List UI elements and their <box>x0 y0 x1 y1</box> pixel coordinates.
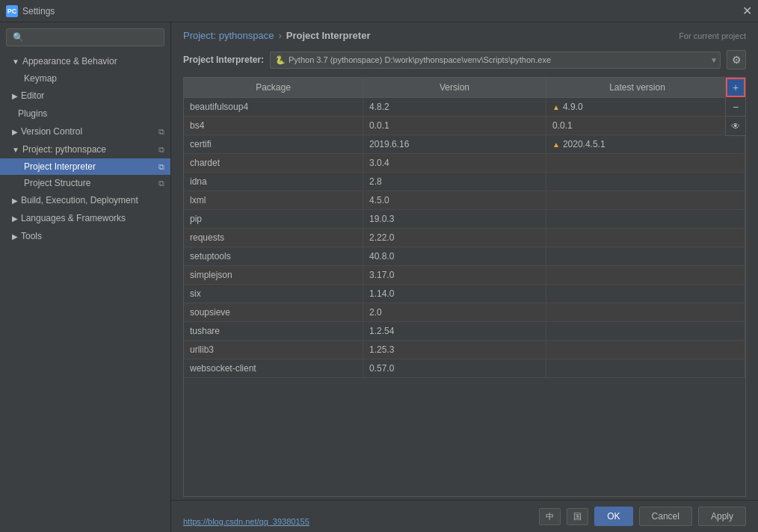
table-row[interactable]: pip19.0.3 <box>184 210 745 229</box>
latest-version-cell <box>546 285 745 303</box>
table-row[interactable]: beautifulsoup44.8.2▲4.9.0 <box>184 98 745 117</box>
copy-icon: ⧉ <box>158 127 164 137</box>
sidebar-item-label: Build, Execution, Deployment <box>21 195 138 205</box>
lang-zh-button[interactable]: 中 <box>539 508 561 525</box>
table-row[interactable]: websocket-client0.57.0 <box>184 359 745 378</box>
gear-button[interactable]: ⚙ <box>727 50 746 69</box>
table-row[interactable]: idna2.8 <box>184 173 745 191</box>
version-cell: 0.0.1 <box>363 117 546 134</box>
table-row[interactable]: tushare1.2.54 <box>184 322 745 341</box>
copy-icon: ⧉ <box>158 179 164 188</box>
table-row[interactable]: setuptools40.8.0 <box>184 247 745 266</box>
sidebar-item-keymap[interactable]: Keymap <box>0 70 170 87</box>
sidebar-item-label: Languages & Frameworks <box>21 213 126 223</box>
table-row[interactable]: certifi2019.6.16▲2020.4.5.1 <box>184 135 745 154</box>
app-icon: PC <box>6 5 18 17</box>
remove-package-button[interactable]: − <box>726 97 745 117</box>
latest-version-cell <box>546 154 745 172</box>
sidebar-item-label: Appearance & Behavior <box>22 56 117 66</box>
title-bar: PC Settings ✕ <box>0 0 758 22</box>
sidebar-item-version-control[interactable]: ▶ Version Control ⧉ <box>0 123 170 140</box>
sidebar-item-project-interpreter[interactable]: Project Interpreter ⧉ <box>0 158 170 175</box>
table-body: beautifulsoup44.8.2▲4.9.0bs40.0.10.0.1ce… <box>184 98 745 496</box>
table-row[interactable]: urllib31.25.3 <box>184 341 745 359</box>
version-cell: 1.14.0 <box>363 285 546 303</box>
sidebar-item-appearance[interactable]: ▼ Appearance & Behavior <box>0 52 170 70</box>
lang-cn-button[interactable]: 国 <box>567 508 588 525</box>
table-row[interactable]: chardet3.0.4 <box>184 154 745 173</box>
sidebar-item-project-structure[interactable]: Project Structure ⧉ <box>0 175 170 191</box>
window-title: Settings <box>22 6 55 16</box>
latest-version-cell <box>546 322 745 340</box>
interpreter-value: Python 3.7 (pythonspace) D:\work\pythons… <box>289 55 551 64</box>
arrow-icon: ▶ <box>12 128 18 136</box>
package-cell: beautifulsoup4 <box>184 98 363 116</box>
main-layout: ▼ Appearance & Behavior Keymap ▶ Editor … <box>0 22 758 532</box>
sidebar-item-editor[interactable]: ▶ Editor <box>0 87 170 105</box>
arrow-icon: ▶ <box>12 197 18 205</box>
ok-button[interactable]: OK <box>594 507 632 526</box>
eye-button[interactable]: 👁 <box>726 117 745 136</box>
sidebar-item-label: Version Control <box>21 126 82 137</box>
arrow-icon: ▶ <box>12 214 18 223</box>
breadcrumb: Project: pythonspace › Project Interpret… <box>171 22 758 46</box>
packages-table: Package Version Latest version beautiful… <box>183 77 746 497</box>
cancel-button[interactable]: Cancel <box>639 507 692 526</box>
table-row[interactable]: lxml4.5.0 <box>184 191 745 210</box>
content-area: Project: pythonspace › Project Interpret… <box>171 22 758 532</box>
package-cell: bs4 <box>184 117 363 134</box>
version-cell: 0.57.0 <box>363 359 546 377</box>
sidebar-item-label: Project Interpreter <box>24 161 96 172</box>
column-latest: Latest version <box>546 78 745 97</box>
package-cell: idna <box>184 173 363 191</box>
latest-version-cell: ▲2020.4.5.1 <box>546 135 745 153</box>
version-cell: 2.22.0 <box>363 229 546 247</box>
version-cell: 4.5.0 <box>363 191 546 209</box>
interpreter-dropdown[interactable]: 🐍 Python 3.7 (pythonspace) D:\work\pytho… <box>270 52 721 69</box>
sidebar-item-tools[interactable]: ▶ Tools <box>0 227 170 245</box>
table-row[interactable]: requests2.22.0 <box>184 229 745 247</box>
search-input[interactable] <box>6 28 164 46</box>
package-cell: simplejson <box>184 266 363 284</box>
sidebar-item-label: Editor <box>21 90 44 101</box>
latest-version-cell <box>546 303 745 321</box>
package-cell: soupsieve <box>184 303 363 321</box>
for-project-label: For current project <box>679 31 746 40</box>
table-row[interactable]: six1.14.0 <box>184 285 745 303</box>
sidebar-item-plugins[interactable]: Plugins <box>0 105 170 123</box>
latest-version-cell <box>546 341 745 359</box>
sidebar-item-label: Keymap <box>24 73 57 84</box>
sidebar-item-project[interactable]: ▼ Project: pythonspace ⧉ <box>0 140 170 158</box>
sidebar-item-build[interactable]: ▶ Build, Execution, Deployment <box>0 191 170 209</box>
add-package-button[interactable]: + <box>726 78 745 97</box>
csdn-link[interactable]: https://blog.csdn.net/qq_39380155 <box>183 517 309 526</box>
package-cell: urllib3 <box>184 341 363 359</box>
interpreter-label: Project Interpreter: <box>183 55 264 65</box>
version-cell: 2.8 <box>363 173 546 191</box>
sidebar: ▼ Appearance & Behavior Keymap ▶ Editor … <box>0 22 171 532</box>
version-cell: 40.8.0 <box>363 247 546 265</box>
column-version: Version <box>363 78 546 97</box>
bottom-bar: https://blog.csdn.net/qq_39380155 中 国 OK… <box>171 500 758 532</box>
package-cell: certifi <box>184 135 363 153</box>
interpreter-row: Project Interpreter: 🐍 Python 3.7 (pytho… <box>171 46 758 74</box>
python-icon: 🐍 <box>275 55 286 65</box>
breadcrumb-current: Project Interpreter <box>286 30 371 41</box>
table-row[interactable]: soupsieve2.0 <box>184 303 745 322</box>
arrow-icon: ▼ <box>12 146 19 154</box>
version-cell: 3.0.4 <box>363 154 546 172</box>
sidebar-item-label: Project Structure <box>24 178 90 188</box>
version-cell: 2.0 <box>363 303 546 321</box>
apply-button[interactable]: Apply <box>698 507 746 526</box>
table-row[interactable]: simplejson3.17.0 <box>184 266 745 285</box>
sidebar-item-languages[interactable]: ▶ Languages & Frameworks <box>0 209 170 227</box>
package-cell: websocket-client <box>184 359 363 377</box>
latest-version-cell <box>546 229 745 247</box>
sidebar-item-label: Tools <box>21 231 42 241</box>
table-row[interactable]: bs40.0.10.0.1 <box>184 117 745 135</box>
version-cell: 3.17.0 <box>363 266 546 284</box>
package-cell: chardet <box>184 154 363 172</box>
arrow-icon: ▶ <box>12 232 18 241</box>
close-button[interactable]: ✕ <box>742 5 752 17</box>
package-cell: tushare <box>184 322 363 340</box>
